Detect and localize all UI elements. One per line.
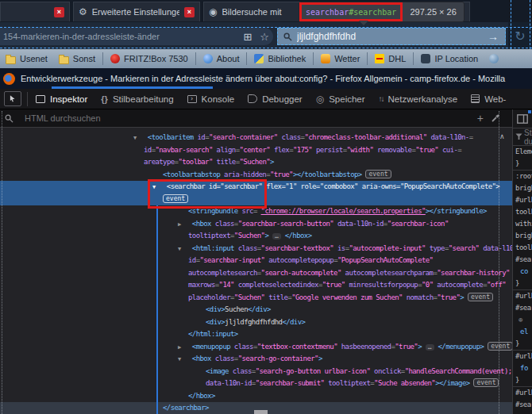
rule-line[interactable]: #urlb: [513, 194, 532, 206]
expand-twisty-icon[interactable]: ▶: [178, 219, 188, 232]
search-go-arrow-icon[interactable]: →: [488, 30, 499, 43]
rule-line[interactable]: co: [513, 266, 532, 278]
rule-line[interactable]: }: [513, 338, 532, 350]
rule-line[interactable]: toolb: [513, 206, 532, 218]
devtools-tab-konsole[interactable]: ›Konsole: [187, 94, 235, 104]
browser-tab[interactable]: ⚙Erweiterte Einstellunger×: [73, 2, 200, 21]
rule-line[interactable]: el: [513, 326, 532, 338]
add-node-button[interactable]: +: [477, 113, 484, 124]
tab-close-icon[interactable]: ×: [54, 7, 64, 17]
event-badge[interactable]: event: [473, 378, 499, 387]
markup-line[interactable]: data-l10n-id="searchbar-submit" tooltipt…: [0, 378, 512, 390]
expand-twisty-icon[interactable]: ▶: [178, 342, 188, 355]
rule-line[interactable]: brigh: [513, 230, 532, 242]
rule-line[interactable]: :root: [513, 170, 532, 182]
markup-line[interactable]: areatype="toolbar" title="Suchen">: [0, 156, 512, 169]
markup-attribute-name: cui-: [442, 146, 457, 154]
tab-close-icon[interactable]: ×: [184, 7, 195, 17]
rule-line[interactable]: fo: [513, 362, 532, 374]
collapsed-ellipsis[interactable]: …: [426, 344, 434, 351]
collapsed-ellipsis[interactable]: …: [272, 233, 281, 240]
markup-attribute-link[interactable]: "chrome://browser/locale/search.properti…: [261, 207, 426, 215]
bookmark-item[interactable]: DHL: [369, 54, 411, 63]
markup-attribute-name: class: [215, 355, 234, 362]
rule-line[interactable]: withi: [513, 218, 532, 230]
bookmark-item[interactable]: Usenet: [0, 54, 53, 64]
event-badge[interactable]: event: [488, 342, 512, 351]
bookmark-item[interactable]: [484, 54, 508, 63]
markup-line[interactable]: ▶ <hbox class="searchbar-search-button" …: [0, 218, 512, 231]
screenshot-root: ◉Bildersuche mit⚙Erweiterte Einstellunge…: [0, 0, 532, 414]
bookmark-item[interactable]: About: [198, 54, 245, 63]
rule-line[interactable]: }: [513, 374, 532, 386]
markup-attribute-value: "true": [415, 146, 438, 154]
markup-line[interactable]: id="searchbar-input" autocompletepopup="…: [0, 255, 512, 267]
markup-tag: ></stringbundle>: [426, 207, 487, 215]
markup-line[interactable]: autocompletesearch="search-autocomplete"…: [0, 267, 512, 280]
markup-line[interactable]: </hbox>: [0, 390, 512, 403]
expand-twisty-icon[interactable]: ▼: [133, 132, 144, 145]
expand-twisty-icon[interactable]: ▼: [178, 354, 188, 366]
markup-line[interactable]: <div>Suchen</div>: [0, 304, 512, 316]
markup-line[interactable]: <image class="search-go-button urlbar-ic…: [0, 366, 512, 378]
reload-icon[interactable]: ↻: [515, 29, 525, 44]
markup-line[interactable]: ▼ <html:input class="searchbar-textbox" …: [0, 243, 512, 255]
sidebar-toggle-icon[interactable]: [517, 114, 528, 124]
markup-line[interactable]: ▼ <hbox class="search-go-container">: [0, 353, 512, 366]
url-bar[interactable]: 154-markieren-in-der-adressleiste-änder …: [0, 28, 273, 45]
devtools-tab-debugger[interactable]: Debugger: [248, 94, 303, 104]
horizontal-scrollbar-thumb[interactable]: [254, 410, 268, 414]
bookmark-label: Sonst: [73, 54, 95, 63]
rule-line[interactable]: #urlb: [513, 289, 532, 302]
bookmarks-separator: [102, 52, 103, 65]
rules-filter-row[interactable]: Stile durchsuchen: [513, 128, 532, 146]
rule-line[interactable]: Eleme: [513, 146, 532, 158]
markup-line[interactable]: maxrows="14" completeselectedindex="true…: [0, 279, 512, 292]
bookmark-item[interactable]: Bibliothek: [249, 54, 311, 63]
markup-search-input[interactable]: HTML durchsuchen: [25, 113, 477, 123]
guide-horizontal-top: [0, 27, 532, 28]
bookmark-item[interactable]: IP Location: [415, 54, 484, 63]
markup-line[interactable]: ▼ <toolbaritem id="search-container" cla…: [0, 132, 512, 144]
bookmark-star-icon[interactable]: ☆: [260, 32, 269, 42]
rule-line[interactable]: #sear: [513, 399, 532, 411]
markup-line[interactable]: tooltiptext="Suchen"> … </hbox>: [0, 230, 512, 243]
markup-line[interactable]: ▶ <menupopup class="textbox-contextmenu"…: [0, 341, 512, 354]
devtools-tab-inspektor[interactable]: Inspektor: [36, 94, 87, 104]
bookmark-folder-icon: [6, 56, 16, 64]
event-badge[interactable]: event: [468, 293, 493, 301]
markup-attribute-value: "search": [449, 244, 480, 252]
markup-line[interactable]: <div>jljldfghdfhfdhd</div>: [0, 316, 512, 329]
bookmark-item[interactable]: FRITZ!Box 7530: [105, 54, 194, 63]
rule-line[interactable]: }: [513, 278, 532, 289]
rule-line[interactable]: #sear: [513, 254, 532, 266]
devtools-tab-web[interactable]: Web-: [471, 94, 506, 104]
browser-search-field[interactable]: jljldfghdfhfdhd →: [277, 28, 506, 45]
markup-line[interactable]: placeholder="Suchen" title="Google verwe…: [0, 292, 512, 305]
bookmark-item[interactable]: Sonst: [53, 54, 101, 64]
bookmark-label: FRITZ!Box 7530: [124, 54, 188, 63]
rule-line[interactable]: brigh: [513, 182, 532, 194]
highlighter-tooltip-pointer: [359, 21, 368, 30]
rule-line[interactable]: #urlb: [513, 350, 532, 362]
rule-line[interactable]: toolb: [513, 242, 532, 254]
rule-crosshair-icon[interactable]: ⊕: [513, 314, 532, 326]
rule-line[interactable]: #urlb: [513, 386, 532, 399]
markup-line[interactable]: id="navbar-search" align="center" flex="…: [0, 144, 512, 157]
expand-twisty-icon[interactable]: ▼: [178, 243, 188, 256]
rule-line[interactable]: #sear: [513, 302, 532, 314]
markup-attribute-value: "searchbar-submit": [256, 379, 325, 387]
node-picker-button[interactable]: [4, 91, 21, 106]
translate-icon[interactable]: ⊞: [243, 32, 252, 42]
rule-line[interactable]: }: [513, 158, 532, 170]
event-badge[interactable]: event: [365, 170, 391, 178]
markup-line[interactable]: </html:input>: [0, 328, 512, 341]
browser-tab[interactable]: ×: [0, 2, 70, 21]
scroll-up-icon[interactable]: ∧: [499, 132, 505, 140]
devtools-tab-speicher[interactable]: ◎Speicher: [316, 94, 365, 105]
bookmark-item[interactable]: Wetter: [315, 54, 365, 63]
devtools-tab-netzwerkanalyse[interactable]: ↑↓Netzwerkanalyse: [379, 94, 458, 104]
markup-attribute-name: data-l10n-id: [206, 379, 252, 387]
markup-tag: </hbox>: [188, 392, 215, 400]
devtools-tab-stilbearbeitung[interactable]: {}Stilbearbeitung: [101, 94, 173, 104]
